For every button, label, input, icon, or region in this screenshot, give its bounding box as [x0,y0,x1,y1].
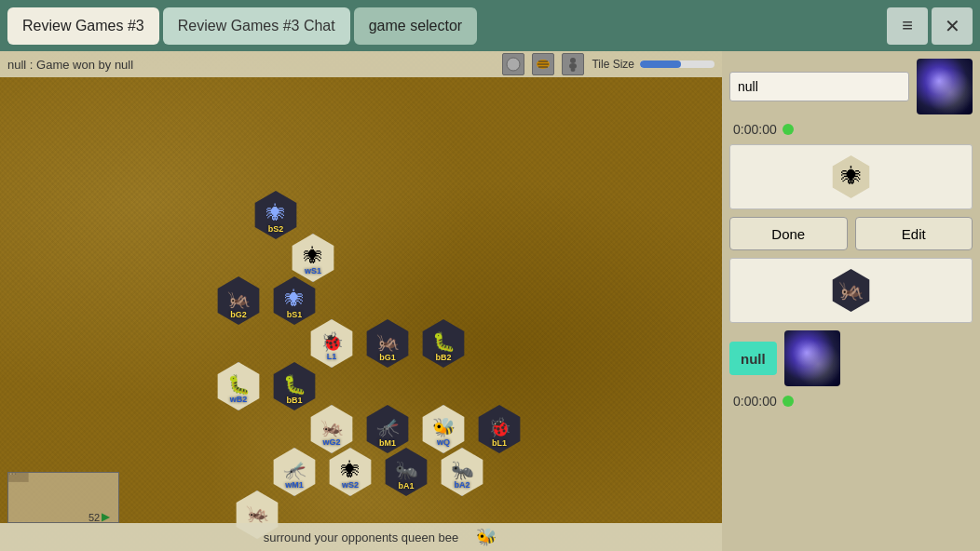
done-button[interactable]: Done [729,217,848,250]
header: Review Games #3 Review Games #3 Chat gam… [0,0,980,51]
tab-game-selector-label: game selector [369,18,463,34]
status-icon-3[interactable] [562,53,584,75]
game-status-text: null : Game won by null [7,58,495,72]
piece-wS1[interactable]: 🕷 wS1 [289,234,337,282]
svg-point-7 [571,68,576,72]
piece-wB2[interactable]: 🐛 wB2 [214,362,263,410]
piece-bM1[interactable]: 🦟 bM1 [363,405,412,453]
player1-timer: 0:00:00 [733,122,777,137]
piece-wM1[interactable]: 🦟 wM1 [270,448,319,496]
tile-size-area: Tile Size [592,58,715,71]
piece-bS2[interactable]: 🕷 bS2 [252,191,300,239]
player2-name-label: null [741,351,766,367]
menu-icon: ≡ [902,15,913,36]
piece-bS1[interactable]: 🕷 bS1 [270,276,319,325]
svg-point-0 [507,58,520,71]
player2-timer: 0:00:00 [733,394,777,409]
done-label: Done [771,226,805,242]
close-icon: ✕ [945,15,960,37]
main-content: null : Game won by null Tile Size [0,51,980,551]
tab-game-selector[interactable]: game selector [354,7,478,45]
piece-wG2[interactable]: 🦗 wG2 [307,405,356,453]
player2-timer-row: 0:00:00 [729,394,973,409]
advance-icon[interactable]: ▶ [102,511,109,523]
right-panel: 0:00:00 🕷 Done Edit 🦗 nu [722,51,980,551]
piece-display-1: 🕷 [830,155,873,198]
bee-hint-icon: 🐝 [476,527,498,549]
close-button[interactable]: ✕ [932,7,973,45]
piece-wQ[interactable]: 🐝 wQ [419,405,468,453]
player1-name-input[interactable] [729,72,909,101]
edit-label: Edit [902,226,926,242]
turn-number: 52 [88,512,100,523]
player1-status-dot [783,124,794,135]
menu-button[interactable]: ≡ [887,7,928,45]
piece-bB1[interactable]: 🐛 bB1 [270,362,319,410]
piece-bG1[interactable]: 🦗 bG1 [363,319,412,368]
piece-box-2: 🦗 [729,258,973,323]
hint-text: surround your opponents queen bee [264,531,459,544]
tile-size-label: Tile Size [592,58,634,71]
piece-box-1: 🕷 [729,144,973,209]
turn-counter: 52 ▶ [88,511,109,523]
svg-point-5 [570,58,576,63]
piece-bA1[interactable]: 🐜 bA1 [382,448,430,496]
edit-button[interactable]: Edit [855,217,973,250]
piece-display-2: 🦗 [830,269,873,312]
tab-review-games-chat-label: Review Games #3 Chat [178,18,335,34]
piece-L1[interactable]: 🐞 L1 [307,319,356,368]
hint-bar: surround your opponents queen bee 🐝 [0,523,722,551]
tab-review-games[interactable]: Review Games #3 [7,7,159,45]
player2-avatar [784,330,840,386]
game-board[interactable]: null : Game won by null Tile Size [0,51,722,551]
piece-bA2[interactable]: 🐜 bA2 [438,448,486,496]
piece-bB2[interactable]: 🐛 bB2 [419,319,468,368]
player2-name-button[interactable]: null [729,342,777,375]
player1-row [729,59,973,114]
tab-review-games-chat[interactable]: Review Games #3 Chat [163,7,350,45]
status-bar: null : Game won by null Tile Size [0,51,722,77]
action-buttons: Done Edit [729,217,973,250]
piece-bL1[interactable]: 🐞 bL1 [475,405,524,453]
player2-status-dot [783,396,794,407]
status-icon-1[interactable] [502,53,524,75]
piece-wS2[interactable]: 🕷 wS2 [326,448,374,496]
player2-row: null [729,330,973,386]
tile-size-slider[interactable] [640,60,715,68]
piece-bG2[interactable]: 🦗 bG2 [214,276,263,325]
status-icon-2[interactable] [532,53,554,75]
player1-timer-row: 0:00:00 [729,122,973,137]
tab-review-games-label: Review Games #3 [22,18,144,34]
player1-avatar [917,59,973,114]
